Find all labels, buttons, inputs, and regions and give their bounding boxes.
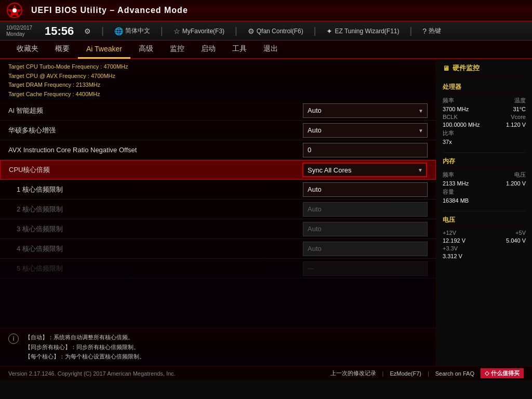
setting-value-core2 bbox=[303, 202, 428, 217]
sidebar: 🖥 硬件监控 处理器 频率 温度 3700 MHz 31°C BCLK Vcor… bbox=[436, 59, 532, 366]
sidebar-bclk-val: 100.0000 MHz 1.120 V bbox=[443, 122, 526, 128]
svg-point-2 bbox=[12, 8, 17, 12]
footer-brand[interactable]: ◇ 什么值得买 bbox=[481, 368, 524, 378]
footer-sep: | bbox=[382, 370, 384, 377]
sidebar-divider-1 bbox=[443, 152, 526, 153]
sidebar-section-cpu: 处理器 频率 温度 3700 MHz 31°C BCLK Vcore 100.0… bbox=[443, 83, 526, 145]
sidebar-bclk-label: BCLK bbox=[443, 114, 458, 120]
sidebar-ram-cap-header: 容量 bbox=[443, 188, 526, 196]
lang-button[interactable]: 🌐 简体中文 bbox=[114, 26, 150, 35]
setting-label-core5: 5 核心倍频限制 bbox=[17, 264, 303, 273]
info-line-1: Target CPU Turbo-Mode Frequency : 4700MH… bbox=[8, 62, 428, 72]
logo-area: UEFI BIOS Utility – Advanced Mode bbox=[6, 2, 188, 19]
help-icon: i bbox=[8, 334, 19, 344]
sidebar-12v-val: 12.192 V bbox=[443, 237, 466, 244]
nav-item-exit[interactable]: 退出 bbox=[255, 40, 286, 59]
rog-logo-icon bbox=[6, 2, 23, 19]
content-area: Target CPU Turbo-Mode Frequency : 4700MH… bbox=[0, 59, 436, 366]
setting-value-avx bbox=[303, 143, 428, 157]
setting-row-multicore: 华硕多核心增强 Auto Disabled Enabled ▼ bbox=[0, 121, 436, 140]
help-text-content: 【自动】：系统将自动调整所有核心倍频。 【同步所有核心】：同步所有核心倍频限制。… bbox=[25, 332, 145, 362]
footer-right: 上一次的修改记录 | EzMode(F7) | Search on FAQ ◇ … bbox=[330, 368, 524, 378]
sidebar-title: 🖥 硬件监控 bbox=[443, 63, 526, 76]
footer-history-link[interactable]: 上一次的修改记录 bbox=[330, 369, 376, 377]
multicore-select[interactable]: Auto Disabled Enabled bbox=[303, 123, 428, 138]
header-title: UEFI BIOS Utility – Advanced Mode bbox=[31, 6, 188, 15]
sidebar-ram-freq-label: 频率 bbox=[443, 171, 454, 179]
qfan-button[interactable]: ⚙ Qfan Control(F6) bbox=[248, 27, 303, 35]
sidebar-33v-val: 3.312 V bbox=[443, 253, 462, 259]
core3-input bbox=[303, 222, 428, 236]
setting-row-cpu-ratio: CPU核心倍频 Auto Sync All Cores Per Core ▼ bbox=[0, 160, 436, 180]
sidebar-divider-2 bbox=[443, 211, 526, 211]
toolbar: 10/02/2017 Monday 15:56 ⚙ | 🌐 简体中文 | ☆ M… bbox=[0, 22, 532, 41]
sidebar-12v-header: +12V +5V bbox=[443, 230, 526, 236]
sidebar-ram-freq-val: 2133 MHz 1.200 V bbox=[443, 180, 526, 187]
sidebar-ram-volt-label: 电压 bbox=[514, 171, 526, 179]
footer-search-label[interactable]: Search on FAQ bbox=[435, 370, 474, 377]
sidebar-ram-cap-label: 容量 bbox=[443, 188, 454, 196]
core2-input bbox=[303, 202, 428, 217]
setting-value-core3 bbox=[303, 222, 428, 236]
nav-item-boot[interactable]: 启动 bbox=[193, 40, 224, 59]
header: UEFI BIOS Utility – Advanced Mode bbox=[0, 0, 532, 22]
footer: Version 2.17.1246. Copyright (C) 2017 Am… bbox=[0, 366, 532, 380]
setting-value-core1 bbox=[303, 182, 428, 197]
brand-label: 什么值得买 bbox=[491, 369, 520, 377]
setting-value-cpu-ratio: Auto Sync All Cores Per Core ▼ bbox=[302, 163, 427, 177]
core1-input[interactable] bbox=[303, 182, 428, 197]
main-layout: Target CPU Turbo-Mode Frequency : 4700MH… bbox=[0, 59, 532, 366]
footer-sep2: | bbox=[428, 370, 429, 377]
nav-item-advanced[interactable]: 高级 bbox=[130, 40, 162, 59]
help-line-3: 【每个核心】：为每个核心设置核心倍频限制。 bbox=[25, 352, 145, 362]
avx-input[interactable] bbox=[303, 143, 428, 157]
sidebar-temp-val: 31°C bbox=[513, 106, 526, 112]
separator-2: | bbox=[161, 25, 163, 36]
fan-icon: ⚙ bbox=[248, 27, 255, 35]
nav-item-ai-tweaker[interactable]: Ai Tweaker bbox=[78, 40, 130, 59]
separator-5: | bbox=[410, 25, 413, 36]
ai-oc-select[interactable]: Auto Manual bbox=[303, 103, 428, 118]
nav-item-favorites[interactable]: 收藏夹 bbox=[8, 40, 47, 59]
footer-ezmode-link[interactable]: EzMode(F7) bbox=[390, 370, 421, 377]
help-line-1: 【自动】：系统将自动调整所有核心倍频。 bbox=[25, 332, 145, 342]
settings-table: Ai 智能超频 Auto Manual ▼ 华硕多核心增强 Auto Disab… bbox=[0, 101, 436, 278]
sidebar-ratio-val: 37x bbox=[443, 139, 452, 145]
core5-input bbox=[303, 261, 428, 276]
setting-value-core5 bbox=[303, 261, 428, 276]
sidebar-vcore-val: 1.120 V bbox=[506, 122, 526, 128]
separator-3: | bbox=[235, 25, 237, 36]
date-block: 10/02/2017 Monday bbox=[6, 25, 32, 37]
nav-item-monitor[interactable]: 监控 bbox=[162, 40, 193, 59]
cpu-ratio-select[interactable]: Auto Sync All Cores Per Core bbox=[302, 163, 427, 177]
sidebar-5v-val: 5.040 V bbox=[506, 237, 526, 244]
nav-item-summary[interactable]: 概要 bbox=[47, 40, 78, 59]
sidebar-33v-header: +3.3V bbox=[443, 245, 526, 251]
settings-icon[interactable]: ⚙ bbox=[84, 27, 91, 35]
setting-value-multicore: Auto Disabled Enabled ▼ bbox=[303, 123, 428, 138]
setting-label-ai-oc: Ai 智能超频 bbox=[8, 106, 303, 115]
setting-row-core5: 5 核心倍频限制 bbox=[0, 259, 436, 278]
setting-label-core3: 3 核心倍频限制 bbox=[17, 224, 303, 234]
ez-tuning-button[interactable]: ✦ EZ Tuning Wizard(F11) bbox=[326, 27, 399, 35]
setting-label-core2: 2 核心倍频限制 bbox=[17, 205, 303, 214]
sidebar-freq-label: 频率 bbox=[443, 97, 454, 104]
setting-value-core4 bbox=[303, 242, 428, 256]
setting-row-ai-oc: Ai 智能超频 Auto Manual ▼ bbox=[0, 101, 436, 121]
sidebar-vcore-label: Vcore bbox=[511, 114, 526, 120]
sidebar-ram-volt-val: 1.200 V bbox=[506, 180, 526, 187]
myfavorite-button[interactable]: ☆ MyFavorite(F3) bbox=[174, 27, 224, 35]
nav-item-tools[interactable]: 工具 bbox=[224, 40, 255, 59]
setting-label-avx: AVX Instruction Core Ratio Negative Offs… bbox=[8, 146, 303, 154]
sidebar-ratio-val: 37x bbox=[443, 139, 526, 145]
sidebar-ram-cap-val: 16384 MB bbox=[443, 197, 469, 204]
footer-version: Version 2.17.1246. Copyright (C) 2017 Am… bbox=[8, 370, 176, 377]
sidebar-temp-label: 温度 bbox=[514, 97, 526, 104]
hotkey-button[interactable]: ? 热键 bbox=[422, 26, 441, 35]
setting-label-multicore: 华硕多核心增强 bbox=[8, 126, 303, 135]
star-icon: ☆ bbox=[174, 27, 180, 35]
sidebar-ram-cap-val: 16384 MB bbox=[443, 197, 526, 204]
sidebar-ratio-label: 比率 bbox=[443, 129, 454, 137]
setting-label-core1: 1 核心倍频限制 bbox=[17, 185, 303, 194]
sidebar-12v-val: 12.192 V 5.040 V bbox=[443, 237, 526, 244]
